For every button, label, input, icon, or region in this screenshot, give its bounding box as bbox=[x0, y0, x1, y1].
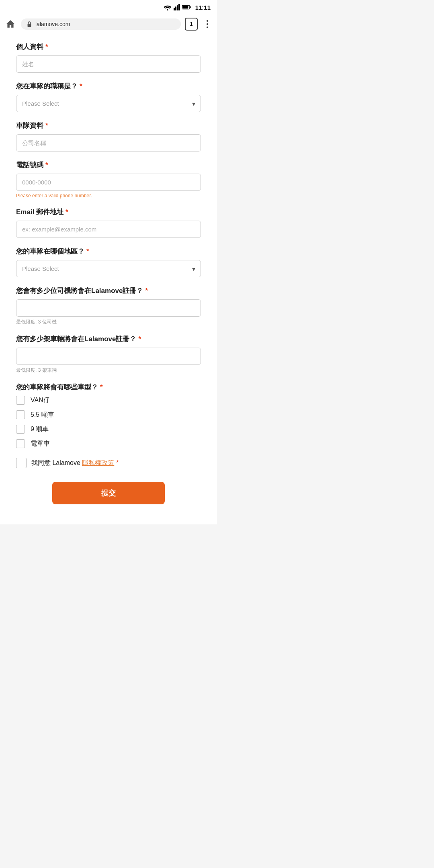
driver-count-hint: 最低限度: 3 位司機 bbox=[16, 319, 201, 326]
vehicle-type-truck55: 5.5 噸車 bbox=[16, 410, 201, 419]
checkbox-truck55[interactable] bbox=[16, 410, 25, 419]
vehicle-type-motorcycle: 電單車 bbox=[16, 439, 201, 448]
team-info-section: 車隊資料 * bbox=[16, 121, 201, 151]
menu-dot-2 bbox=[207, 23, 208, 25]
home-icon bbox=[5, 19, 16, 29]
email-input[interactable] bbox=[16, 221, 201, 238]
region-select[interactable]: Please Select bbox=[16, 260, 201, 277]
svg-point-0 bbox=[167, 9, 168, 10]
job-title-label: 您在車隊的職稱是？ * bbox=[16, 82, 201, 91]
phone-error-text: Please enter a valid phone number. bbox=[16, 193, 201, 199]
region-label: 您的車隊在哪個地區？ * bbox=[16, 247, 201, 256]
checkbox-truck9[interactable] bbox=[16, 425, 25, 434]
battery-icon bbox=[182, 4, 191, 10]
tab-count: 1 bbox=[190, 21, 193, 27]
label-truck9: 9 噸車 bbox=[31, 425, 49, 434]
required-star-vehicle: * bbox=[138, 335, 141, 343]
label-truck55: 5.5 噸車 bbox=[31, 411, 54, 419]
vehicle-count-label: 您有多少架車輛將會在Lalamove註冊？ * bbox=[16, 334, 201, 344]
menu-dot-1 bbox=[207, 20, 208, 22]
vehicle-count-hint: 最低限度: 3 架車輛 bbox=[16, 367, 201, 374]
svg-rect-4 bbox=[178, 4, 180, 10]
job-title-section: 您在車隊的職稱是？ * Please Select ▾ bbox=[16, 82, 201, 112]
svg-rect-6 bbox=[182, 6, 188, 8]
driver-count-label: 您會有多少位司機將會在Lalamove註冊？ * bbox=[16, 286, 201, 295]
vehicle-type-section: 您的車隊將會有哪些車型？ * VAN仔 5.5 噸車 9 噸車 電單車 bbox=[16, 383, 201, 448]
required-star-driver: * bbox=[145, 287, 148, 295]
required-star-job: * bbox=[80, 82, 82, 90]
tab-button[interactable]: 1 bbox=[185, 18, 198, 31]
privacy-checkbox[interactable] bbox=[16, 458, 27, 468]
region-select-wrapper: Please Select ▾ bbox=[16, 260, 201, 277]
url-bar[interactable]: lalamove.com bbox=[21, 18, 181, 30]
checkbox-van[interactable] bbox=[16, 396, 25, 405]
lock-icon bbox=[27, 21, 32, 27]
label-van: VAN仔 bbox=[31, 396, 50, 405]
home-button[interactable] bbox=[4, 18, 17, 31]
company-input[interactable] bbox=[16, 134, 201, 151]
page-content: 個人資料 * 您在車隊的職稱是？ * Please Select ▾ 車隊資料 … bbox=[0, 34, 217, 524]
label-motorcycle: 電單車 bbox=[31, 440, 50, 448]
svg-rect-3 bbox=[177, 5, 178, 10]
browser-chrome: lalamove.com 1 bbox=[0, 14, 217, 34]
driver-count-section: 您會有多少位司機將會在Lalamove註冊？ * 最低限度: 3 位司機 bbox=[16, 286, 201, 326]
checkbox-motorcycle[interactable] bbox=[16, 439, 25, 448]
personal-info-label: 個人資料 * bbox=[16, 42, 201, 51]
svg-rect-2 bbox=[175, 6, 176, 10]
vehicle-count-section: 您有多少架車輛將會在Lalamove註冊？ * 最低限度: 3 架車輛 bbox=[16, 334, 201, 374]
required-star-privacy: * bbox=[116, 459, 119, 467]
driver-count-input[interactable] bbox=[16, 299, 201, 317]
required-star-vtype: * bbox=[100, 383, 103, 391]
required-star-team: * bbox=[45, 122, 48, 130]
status-bar: 11:11 bbox=[0, 0, 217, 14]
required-star-email: * bbox=[66, 208, 68, 216]
phone-section: 電話號碼 * Please enter a valid phone number… bbox=[16, 160, 201, 199]
region-section: 您的車隊在哪個地區？ * Please Select ▾ bbox=[16, 247, 201, 277]
privacy-link[interactable]: 隱私權政策 bbox=[82, 459, 114, 466]
svg-rect-8 bbox=[28, 24, 31, 27]
signal-icon bbox=[174, 4, 180, 10]
submit-button[interactable]: 提交 bbox=[52, 482, 165, 504]
job-title-select-wrapper: Please Select ▾ bbox=[16, 95, 201, 112]
required-star-region: * bbox=[86, 248, 89, 256]
phone-label: 電話號碼 * bbox=[16, 160, 201, 170]
svg-rect-1 bbox=[174, 8, 175, 10]
menu-button[interactable] bbox=[202, 20, 213, 28]
personal-info-section: 個人資料 * bbox=[16, 42, 201, 73]
email-section: Email 郵件地址 * bbox=[16, 207, 201, 238]
status-icons: 11:11 bbox=[164, 4, 211, 11]
menu-dot-3 bbox=[207, 27, 208, 28]
vehicle-type-label: 您的車隊將會有哪些車型？ * bbox=[16, 383, 201, 392]
status-time: 11:11 bbox=[195, 4, 211, 11]
vehicle-type-checkboxes: VAN仔 5.5 噸車 9 噸車 電單車 bbox=[16, 396, 201, 448]
privacy-text: 我同意 Lalamove 隱私權政策 * bbox=[31, 459, 119, 467]
svg-rect-7 bbox=[190, 6, 190, 8]
privacy-row: 我同意 Lalamove 隱私權政策 * bbox=[16, 458, 201, 468]
phone-input[interactable] bbox=[16, 174, 201, 191]
vehicle-count-input[interactable] bbox=[16, 348, 201, 365]
url-text: lalamove.com bbox=[35, 21, 70, 27]
wifi-icon bbox=[164, 4, 172, 10]
required-star-phone: * bbox=[45, 161, 48, 169]
email-label: Email 郵件地址 * bbox=[16, 207, 201, 217]
job-title-select[interactable]: Please Select bbox=[16, 95, 201, 112]
name-input[interactable] bbox=[16, 55, 201, 73]
vehicle-type-truck9: 9 噸車 bbox=[16, 425, 201, 434]
submit-btn-wrapper: 提交 bbox=[16, 478, 201, 512]
vehicle-type-van: VAN仔 bbox=[16, 396, 201, 405]
team-info-label: 車隊資料 * bbox=[16, 121, 201, 130]
required-star-personal: * bbox=[45, 43, 48, 51]
